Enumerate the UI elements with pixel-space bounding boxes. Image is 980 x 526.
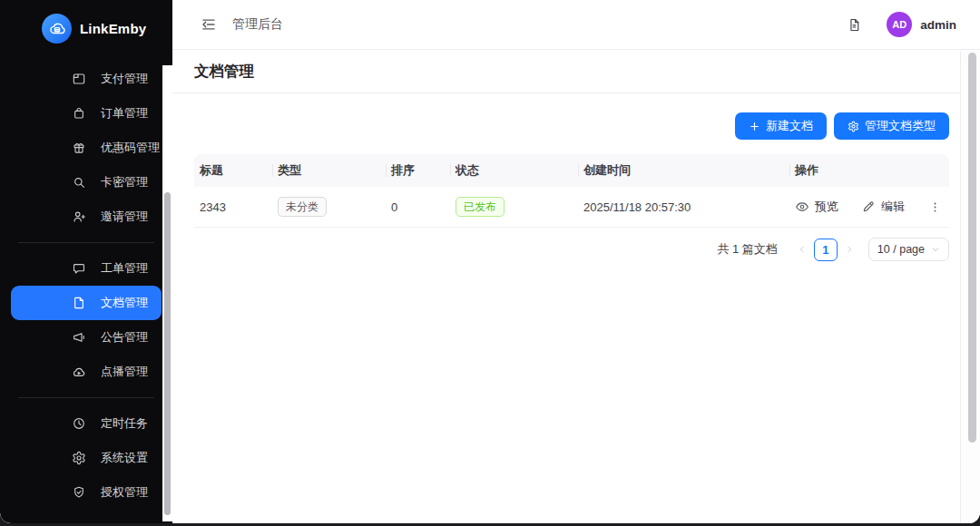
cell-operations: 预览 编辑: [789, 199, 949, 215]
cell-sort: 0: [386, 200, 450, 214]
sidebar-item-announcements[interactable]: 公告管理: [11, 320, 162, 355]
megaphone-icon: [72, 330, 86, 345]
chevron-down-icon: [931, 245, 940, 254]
sidebar-item-label: 定时任务: [101, 415, 148, 432]
sidebar-item-licenses[interactable]: 授权管理: [11, 475, 162, 510]
cell-status: 已发布: [450, 197, 578, 217]
sidebar-scrollbar-thumb[interactable]: [164, 192, 171, 515]
sidebar-item-label: 优惠码管理: [101, 140, 160, 156]
sidebar-item-label: 系统设置: [101, 450, 148, 466]
eye-icon: [795, 200, 809, 214]
status-badge: 已发布: [456, 197, 505, 217]
logo: LinkEmby: [0, 0, 172, 56]
user-add-icon: [72, 209, 86, 224]
pagination-page-1[interactable]: 1: [814, 239, 838, 261]
manage-doc-types-button[interactable]: 管理文档类型: [834, 112, 949, 140]
sidebar-collapse-icon[interactable]: [201, 16, 217, 33]
wallet-icon: [72, 72, 86, 86]
more-actions-icon[interactable]: [928, 200, 942, 214]
main-scrollbar[interactable]: [960, 51, 980, 523]
cell-created: 2025/11/18 20:57:30: [578, 200, 789, 214]
gear-icon: [72, 451, 86, 465]
gear-icon: [848, 121, 859, 132]
sidebar: LinkEmby 支付管理 订单管理 优惠码管理 卡密管理 邀请管理: [0, 0, 172, 523]
cloud-logo-icon: [42, 14, 72, 44]
sidebar-item-label: 文档管理: [101, 295, 148, 311]
sidebar-nav: 支付管理 订单管理 优惠码管理 卡密管理 邀请管理 工单管理: [0, 56, 172, 510]
chat-icon: [72, 261, 86, 276]
page-title: 文档管理: [194, 62, 254, 82]
user-name: admin: [920, 18, 956, 32]
sidebar-item-card-keys[interactable]: 卡密管理: [11, 165, 162, 200]
shopping-bag-icon: [72, 106, 86, 121]
main-area: 管理后台 AD admin 文档管理 新建文档 管理文档类型: [172, 0, 980, 523]
logo-text: LinkEmby: [80, 21, 146, 36]
sidebar-scrollbar[interactable]: [162, 65, 172, 521]
pagination: 共 1 篇文档 1 10 / page: [194, 238, 949, 261]
sidebar-item-label: 点播管理: [101, 364, 148, 380]
cell-title: 2343: [194, 200, 272, 214]
plus-icon: [749, 121, 760, 132]
sidebar-item-cron-jobs[interactable]: 定时任务: [11, 406, 162, 441]
sidebar-item-label: 公告管理: [101, 329, 148, 346]
new-document-button[interactable]: 新建文档: [735, 112, 827, 140]
sidebar-item-orders[interactable]: 订单管理: [11, 96, 162, 131]
sidebar-item-label: 卡密管理: [101, 174, 148, 190]
sidebar-divider: [18, 242, 154, 243]
content: 新建文档 管理文档类型 标题 类型 排序 状态 创建时间 操作 2343: [172, 93, 980, 261]
avatar[interactable]: AD: [887, 12, 912, 37]
pencil-icon: [861, 200, 876, 214]
sidebar-item-coupons[interactable]: 优惠码管理: [11, 131, 162, 165]
clock-icon: [72, 416, 86, 431]
edit-button[interactable]: 编辑: [861, 199, 905, 215]
column-header-title: 标题: [194, 154, 272, 187]
pagination-next-icon[interactable]: [845, 245, 854, 254]
sidebar-item-documents[interactable]: 文档管理: [11, 286, 162, 320]
sidebar-item-label: 工单管理: [101, 260, 148, 277]
column-header-operations: 操作: [789, 154, 949, 187]
search-icon: [72, 175, 86, 190]
sidebar-item-label: 支付管理: [101, 71, 148, 87]
gift-icon: [72, 141, 86, 155]
column-header-status: 状态: [450, 154, 578, 187]
toolbar: 新建文档 管理文档类型: [194, 112, 949, 140]
table-header: 标题 类型 排序 状态 创建时间 操作: [194, 154, 949, 187]
document-icon: [72, 296, 86, 310]
breadcrumb: 管理后台: [232, 16, 283, 33]
cloud-play-icon: [72, 365, 86, 379]
topbar: 管理后台 AD admin: [172, 0, 980, 50]
column-header-sort: 排序: [386, 154, 450, 187]
preview-button[interactable]: 预览: [795, 199, 838, 215]
page-title-row: 文档管理: [172, 50, 980, 93]
sidebar-item-settings[interactable]: 系统设置: [11, 441, 162, 475]
app-window: LinkEmby 支付管理 订单管理 优惠码管理 卡密管理 邀请管理: [0, 0, 980, 523]
column-header-created: 创建时间: [578, 154, 789, 187]
column-header-type: 类型: [272, 154, 386, 187]
pagination-prev-icon[interactable]: [798, 245, 807, 254]
main-scrollbar-thumb[interactable]: [968, 53, 976, 443]
sidebar-item-payments[interactable]: 支付管理: [11, 62, 162, 96]
pagination-total: 共 1 篇文档: [717, 241, 777, 258]
page-size-select[interactable]: 10 / page: [868, 238, 949, 261]
type-tag: 未分类: [278, 197, 327, 217]
sidebar-divider: [18, 397, 154, 398]
file-icon[interactable]: [847, 17, 862, 33]
sidebar-item-vod[interactable]: 点播管理: [11, 355, 162, 389]
table-row: 2343 未分类 0 已发布 2025/11/18 20:57:30 预览: [194, 187, 949, 228]
shield-check-icon: [72, 485, 86, 500]
cell-type: 未分类: [272, 197, 386, 217]
documents-table: 标题 类型 排序 状态 创建时间 操作 2343 未分类 0 已发布: [194, 154, 949, 228]
sidebar-item-invites[interactable]: 邀请管理: [11, 200, 162, 234]
sidebar-item-label: 授权管理: [101, 484, 148, 501]
sidebar-item-label: 邀请管理: [101, 209, 148, 225]
sidebar-item-label: 订单管理: [101, 105, 148, 122]
sidebar-item-tickets[interactable]: 工单管理: [11, 251, 162, 286]
